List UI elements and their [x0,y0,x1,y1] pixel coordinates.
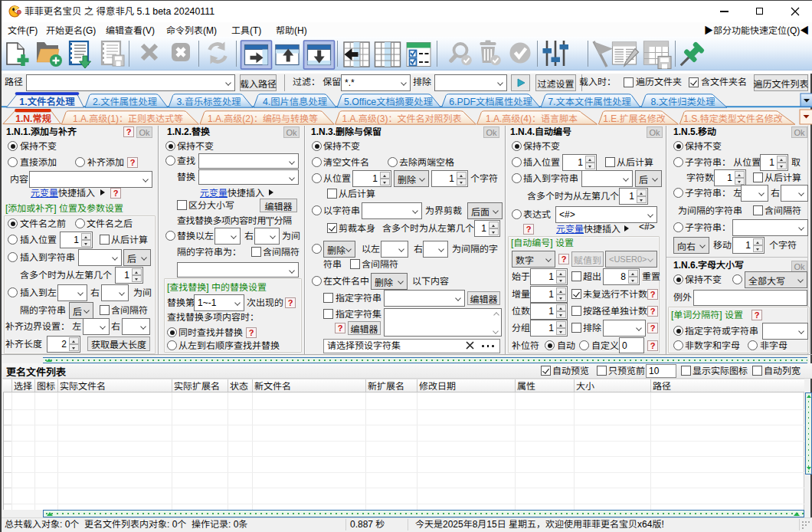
svg-text:1.A.高级(1)：正则表达式等: 1.A.高级(1)：正则表达式等 [73,113,183,124]
svg-text:8.文件归类处理: 8.文件归类处理 [650,97,715,107]
svg-text:3.音乐标签处理: 3.音乐标签处理 [176,97,241,107]
svg-text:5.Office文档摘要处理: 5.Office文档摘要处理 [344,97,433,107]
svg-text:2.文件属性处理: 2.文件属性处理 [93,97,157,107]
svg-text:1.N.常规: 1.N.常规 [15,113,51,124]
svg-text:1.S.特定类型文件名修改: 1.S.特定类型文件名修改 [683,113,782,124]
svg-text:1.A.高级(2)：编码与转换等: 1.A.高级(2)：编码与转换等 [208,113,318,124]
svg-text:6.PDF文档属性处理: 6.PDF文档属性处理 [449,97,532,107]
svg-text:1.A.高级(3)：文件名对照列表: 1.A.高级(3)：文件名对照列表 [342,113,461,124]
svg-text:1.A.高级(4)：语言脚本: 1.A.高级(4)：语言脚本 [486,113,578,124]
svg-text:1.文件名处理: 1.文件名处理 [19,97,75,107]
svg-text:4.图片信息处理: 4.图片信息处理 [263,97,327,107]
svg-text:7.文本文件属性处理: 7.文本文件属性处理 [548,97,631,107]
svg-text:1.E.扩展名修改: 1.E.扩展名修改 [603,113,665,124]
